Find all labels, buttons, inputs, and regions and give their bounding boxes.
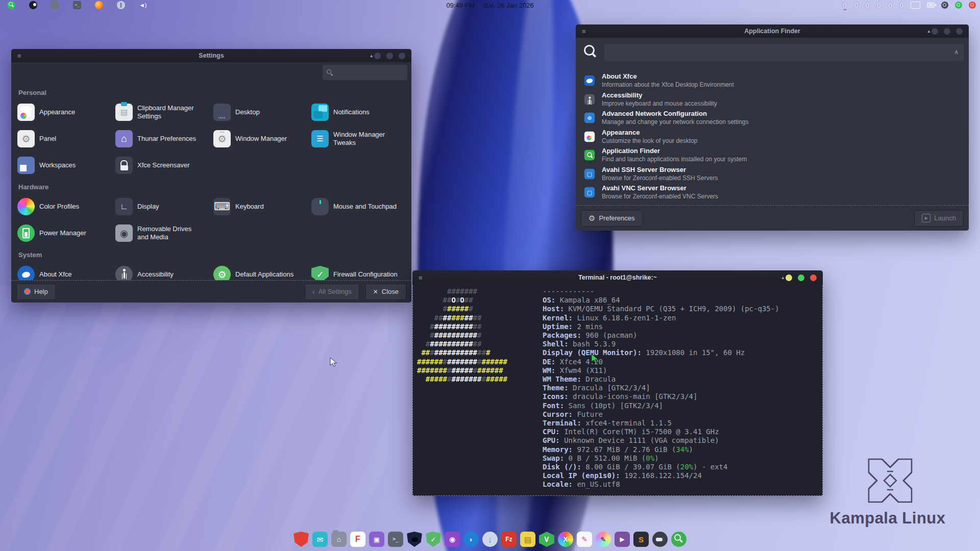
- window-controls: [786, 274, 817, 281]
- battery-icon[interactable]: ϟ: [927, 3, 935, 8]
- settings-item-accessibility[interactable]: Accessibility: [115, 264, 213, 280]
- workspace-6[interactable]: 0: [899, 2, 904, 9]
- app-row-application-finder[interactable]: Application Finder Find and launch appli…: [576, 146, 969, 165]
- krita-icon[interactable]: ✎: [596, 532, 611, 547]
- settings-item-panel[interactable]: ⚙ Panel: [17, 128, 115, 149]
- settings-search[interactable]: [323, 65, 407, 80]
- settings-item-removable-drives-and-media[interactable]: ◉ Removable Drives and Media: [115, 222, 213, 244]
- chevron-up-icon[interactable]: ∧: [954, 48, 959, 56]
- workspace-3[interactable]: 0: [865, 2, 870, 9]
- app-row-accessibility[interactable]: Accessibility Improve keyboard and mouse…: [576, 90, 969, 109]
- shade-button[interactable]: ▴: [781, 275, 784, 280]
- app-row-avahi-ssh-server-browser[interactable]: ▢ Avahi SSH Server Browser Browse for Ze…: [576, 165, 969, 184]
- xorg-icon[interactable]: X: [558, 532, 573, 547]
- settings-item-window-manager[interactable]: ⚙ Window Manager: [213, 128, 311, 149]
- settings-item-clipboard-manager-settings[interactable]: Clipboard Manager Settings: [115, 102, 213, 123]
- terminal-line: WM Theme: Dracula: [543, 375, 779, 384]
- minimize-button[interactable]: [374, 53, 381, 59]
- terminal-icon[interactable]: >_: [388, 532, 403, 547]
- vim-icon[interactable]: V: [539, 532, 554, 547]
- terminal-body[interactable]: ####### ##O#O## ####### ########### ####…: [412, 285, 823, 496]
- power-button[interactable]: [969, 2, 976, 9]
- raven-security-icon[interactable]: [407, 532, 422, 547]
- menu-icon[interactable]: ≡: [419, 274, 423, 282]
- workspace-4[interactable]: 0: [876, 2, 881, 9]
- downloads-icon[interactable]: ↓: [482, 532, 498, 547]
- webcam-app-icon[interactable]: ◉: [445, 532, 460, 547]
- workspace-5[interactable]: 0: [888, 2, 893, 9]
- settings-item-power-manager[interactable]: Power Manager: [17, 222, 115, 244]
- app-finder-titlebar[interactable]: ≡ Application Finder ▴: [576, 24, 969, 38]
- session-button-dark[interactable]: [941, 2, 948, 9]
- shade-button[interactable]: ▴: [927, 29, 930, 34]
- settings-item-label: Window Manager Tweaks: [333, 131, 399, 147]
- toggle-app-icon[interactable]: [652, 532, 668, 547]
- settings-titlebar[interactable]: ≡ Settings ▴: [11, 49, 411, 62]
- mpv-player-icon[interactable]: ▶: [615, 532, 630, 547]
- settings-item-about-xfce[interactable]: About Xfce: [17, 264, 115, 280]
- close-button[interactable]: [399, 53, 405, 59]
- settings-item-appearance[interactable]: Appearance: [17, 102, 115, 123]
- close-button[interactable]: [810, 274, 817, 281]
- shade-button[interactable]: ▴: [370, 53, 373, 58]
- app-row-avahi-vnc-server-browser[interactable]: ▢ Avahi VNC Server Browser Browse for Ze…: [576, 183, 969, 202]
- app-row-advanced-network-configuration[interactable]: ⊕ Advanced Network Configuration Manage …: [576, 109, 969, 128]
- close-button[interactable]: [956, 28, 963, 35]
- notes-icon[interactable]: ▤: [520, 532, 535, 547]
- ascii-art-line: ####################: [417, 366, 507, 375]
- filezilla-icon[interactable]: Fz: [501, 532, 517, 547]
- workspace-2[interactable]: 0: [854, 2, 859, 9]
- brave-browser-icon[interactable]: [293, 532, 309, 547]
- ascii-art-line: #######: [417, 287, 507, 296]
- settings-item-desktop[interactable]: Desktop: [213, 102, 311, 123]
- desktop: >_ᛒ◄) 09:49 PM Bal, 26 Jan 2026 000000 ϟ…: [0, 0, 980, 551]
- terminal-titlebar[interactable]: ≡ Terminal - root1@shrike:~ ▴: [412, 270, 823, 285]
- screenshot-tool-icon[interactable]: ▣: [369, 532, 384, 547]
- terminal-line: Cursor: Future: [543, 410, 779, 419]
- workspace-1[interactable]: 0: [843, 2, 847, 9]
- text-editor-icon[interactable]: ✎: [577, 532, 592, 547]
- settings-item-firewall-configuration[interactable]: ✓ Firewall Configuration: [311, 264, 409, 280]
- settings-item-display[interactable]: ∟ Display: [115, 196, 213, 217]
- settings-item-color-profiles[interactable]: Color Profiles: [17, 196, 115, 217]
- settings-item-label: Xfce Screensaver: [137, 161, 190, 169]
- antivirus-shield-icon[interactable]: ✓: [426, 532, 441, 547]
- help-button[interactable]: Help: [16, 284, 56, 300]
- workspace-switcher[interactable]: 000000: [843, 2, 904, 9]
- sublime-text-icon[interactable]: S: [633, 532, 649, 547]
- app-row-about-xfce[interactable]: About Xfce Information about the Xfce De…: [576, 71, 969, 90]
- settings-item-window-manager-tweaks[interactable]: ☰ Window Manager Tweaks: [311, 128, 409, 149]
- settings-item-workspaces[interactable]: Workspaces: [17, 155, 115, 176]
- all-settings-button[interactable]: ‹ All Settings: [305, 284, 359, 300]
- close-button[interactable]: ✕ Close: [365, 284, 406, 300]
- preferences-button[interactable]: ⚙ Preferences: [581, 210, 643, 227]
- maximize-button[interactable]: [944, 28, 950, 35]
- settings-item-notifications[interactable]: Notifications: [311, 102, 409, 123]
- settings-item-keyboard[interactable]: ⌨ Keyboard: [213, 196, 311, 217]
- ascii-art-line: #####################: [417, 358, 507, 366]
- menu-icon[interactable]: ≡: [582, 28, 586, 35]
- section-header-system: System: [18, 251, 409, 259]
- minimize-button[interactable]: [932, 28, 938, 35]
- display-icon[interactable]: [911, 2, 920, 9]
- mail-client-icon[interactable]: ✉: [312, 532, 328, 547]
- maximize-button[interactable]: [798, 274, 804, 281]
- minimize-button[interactable]: [786, 274, 792, 281]
- session-button-green[interactable]: [955, 2, 962, 9]
- settings-item-mouse-and-touchpad[interactable]: Mouse and Touchpad: [311, 196, 409, 217]
- catfish-search-icon[interactable]: [671, 532, 687, 547]
- file-manager-icon[interactable]: ⌂: [331, 532, 347, 547]
- menu-icon[interactable]: ≡: [17, 52, 21, 60]
- settings-search-input[interactable]: [336, 68, 403, 77]
- settings-item-xfce-screensaver[interactable]: Xfce Screensaver: [115, 155, 213, 176]
- settings-item-default-applications[interactable]: ⚙ Default Applications: [213, 264, 311, 280]
- clock-time: 09:49 PM: [446, 2, 475, 9]
- thunderbird-icon[interactable]: ◗: [463, 532, 479, 547]
- app-row-appearance[interactable]: Appearance Customize the look of your de…: [576, 128, 969, 146]
- settings-item-thunar-preferences[interactable]: ⌂ Thunar Preferences: [115, 128, 213, 149]
- launch-button[interactable]: ▶ Launch: [914, 210, 964, 227]
- maximize-button[interactable]: [386, 53, 393, 59]
- clock[interactable]: 09:49 PM Bal, 26 Jan 2026: [0, 0, 980, 10]
- app-finder-search-input[interactable]: [604, 44, 964, 61]
- f-app-icon[interactable]: F: [350, 532, 365, 547]
